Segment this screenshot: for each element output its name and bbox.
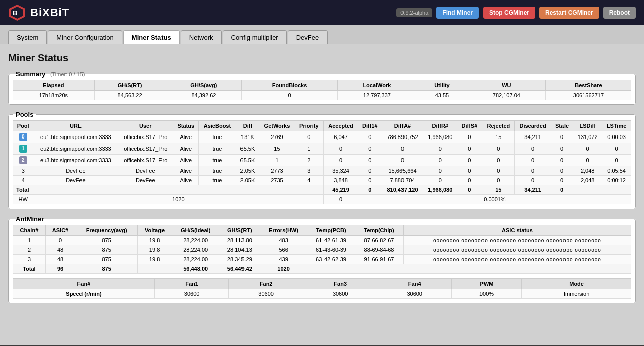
chain-asic-status: oooooooo oooooooo oooooooo oooooooo oooo… xyxy=(403,245,631,255)
pool-accepted: 35,324 xyxy=(324,166,358,176)
mode-value: Immersion xyxy=(522,289,631,299)
stop-cgminer-button[interactable]: Stop CGMiner xyxy=(483,7,535,19)
pool-discarded: 0 xyxy=(515,176,551,185)
tab-network[interactable]: Network xyxy=(181,30,222,44)
chain-col-temp-chip: Temp(Chip) xyxy=(355,225,404,236)
restart-cgminer-button[interactable]: Restart CGMiner xyxy=(539,7,599,19)
main-content: Miner Status Summary (Timer: 0 / 15) Ela… xyxy=(0,44,644,345)
summary-col-ghsavg: GH/S(avg) xyxy=(166,80,242,91)
summary-section: Summary (Timer: 0 / 15) Elapsed GH/S(RT)… xyxy=(8,70,636,105)
summary-ghsrt: 84,563.22 xyxy=(94,91,166,100)
chain-ideal: 28,224.00 xyxy=(172,236,219,245)
chain-table: Chain# ASIC# Frequency(avg) Voltage GH/S… xyxy=(13,225,631,274)
chain-num: 1 xyxy=(13,236,46,245)
summary-col-utility: Utility xyxy=(417,80,467,91)
pool-user: officebix.S17_Pro xyxy=(118,131,173,143)
pool-getworks: 2773 xyxy=(259,166,295,176)
pools-total-row: Total 45,219 0 810,437,120 1,966,080 0 1… xyxy=(13,185,631,195)
fan4-value: 30600 xyxy=(377,289,452,299)
pool-getworks: 2769 xyxy=(259,131,295,143)
pool-stale: 0 xyxy=(551,143,573,155)
pool-rejected: 0 xyxy=(482,143,515,155)
pwm-value: 100% xyxy=(451,289,521,299)
tab-system[interactable]: System xyxy=(8,30,47,44)
summary-row: 17h18m20s 84,563.22 84,392.62 0 12,797,3… xyxy=(13,91,631,100)
chain-freq: 875 xyxy=(75,236,138,245)
pools-legend: Pools xyxy=(13,111,36,118)
pool-priority: 3 xyxy=(295,166,324,176)
fan-row: Speed (r/min) 30600 30600 30600 30600 10… xyxy=(13,289,631,299)
chain-total-errors: 1020 xyxy=(260,264,307,274)
fan3-value: 30600 xyxy=(303,289,377,299)
pool-rejected: 0 xyxy=(482,166,515,176)
summary-col-foundblocks: FoundBlocks xyxy=(242,80,338,91)
pools-col-diff: Diff xyxy=(236,121,259,131)
pool-diff1: 0 xyxy=(358,176,382,185)
pool-row: 3 DevFee DevFee Alive true 2.05K 2773 3 … xyxy=(13,166,631,176)
pool-diffa: 15,665,664 xyxy=(382,166,423,176)
chain-temp-pcb: 63-42-62-39 xyxy=(307,255,355,264)
tab-miner-status[interactable]: Miner Status xyxy=(123,30,180,44)
fan1-value: 30600 xyxy=(154,289,229,299)
fan-col-fan4: Fan4 xyxy=(377,279,452,289)
total-label: Total xyxy=(13,185,324,195)
fan-col-fan2: Fan2 xyxy=(229,279,303,289)
pool-url: eu1.btc.sigmapool.com:3333 xyxy=(33,131,118,143)
summary-col-wu: WU xyxy=(467,80,545,91)
pool-url: eu3.btc.sigmapool.com:3333 xyxy=(33,155,118,166)
pool-rejected: 15 xyxy=(482,131,515,143)
pool-diffr: 0 xyxy=(423,143,457,155)
find-miner-button[interactable]: Find Miner xyxy=(436,7,479,19)
hw-label: HW xyxy=(13,195,33,204)
fan-col-mode: Mode xyxy=(522,279,631,289)
pool-diff1: 0 xyxy=(358,143,382,155)
chain-row: 2 48 875 19.8 28,224.00 28,104.13 566 61… xyxy=(13,245,631,255)
tab-config-multiplier[interactable]: Config multiplier xyxy=(223,30,287,44)
header-actions: 0.9.2-alpha Find Miner Stop CGMiner Rest… xyxy=(396,7,636,19)
pools-col-status: Status xyxy=(173,121,199,131)
pool-stale: 0 xyxy=(551,131,573,143)
pools-col-lsdiff: LSDiff xyxy=(573,121,602,131)
pool-lsdiff: 0 xyxy=(573,155,602,166)
chain-voltage: 19.8 xyxy=(138,245,172,255)
chain-col-ideal: GH/S(ideal) xyxy=(172,225,219,236)
pools-col-accepted: Accepted xyxy=(324,121,358,131)
pool-lsdiff: 2,048 xyxy=(573,176,602,185)
pool-diffs: 0 xyxy=(457,176,482,185)
chain-col-chain: Chain# xyxy=(13,225,46,236)
total-diffa: 810,437,120 xyxy=(382,185,423,195)
version-badge: 0.9.2-alpha xyxy=(396,8,432,17)
pool-row: 0 eu1.btc.sigmapool.com:3333 officebix.S… xyxy=(13,131,631,143)
chain-rt: 28,345.29 xyxy=(219,255,260,264)
fan-col-fan3: Fan3 xyxy=(303,279,377,289)
chain-temp-pcb: 61-43-60-39 xyxy=(307,245,355,255)
pools-col-user: User xyxy=(118,121,173,131)
chain-errors: 566 xyxy=(260,245,307,255)
reboot-button[interactable]: Reboot xyxy=(603,7,636,19)
chain-ideal: 28,224.00 xyxy=(172,255,219,264)
total-rejected: 15 xyxy=(482,185,515,195)
tab-miner-configuration[interactable]: Miner Configuration xyxy=(48,30,122,44)
pool-diffr: 1,966,080 xyxy=(423,131,457,143)
pool-diff: 131K xyxy=(236,131,259,143)
pool-url: DevFee xyxy=(33,176,118,185)
pool-getworks: 2735 xyxy=(259,176,295,185)
pool-priority: 2 xyxy=(295,155,324,166)
pool-accepted: 0 xyxy=(324,143,358,155)
pool-diff: 2.05K xyxy=(236,176,259,185)
pool-accepted: 0 xyxy=(324,155,358,166)
pool-lstime: 0:05:54 xyxy=(602,166,631,176)
antminer-legend: AntMiner xyxy=(13,215,47,223)
pools-col-getworks: GetWorks xyxy=(259,121,295,131)
pools-col-diffs: DiffS# xyxy=(457,121,482,131)
pool-diff1: 0 xyxy=(358,131,382,143)
tab-devfee[interactable]: DevFee xyxy=(288,30,328,44)
chain-col-freq: Frequency(avg) xyxy=(75,225,138,236)
pool-row: 1 eu2.btc.sigmapool.com:3333 officebix.S… xyxy=(13,143,631,155)
pool-getworks: 15 xyxy=(259,143,295,155)
chain-asic: 48 xyxy=(45,255,75,264)
pool-id: 3 xyxy=(13,166,33,176)
pool-accepted: 3,848 xyxy=(324,176,358,185)
hw-count: 1020 xyxy=(33,195,324,204)
pool-user: DevFee xyxy=(118,176,173,185)
